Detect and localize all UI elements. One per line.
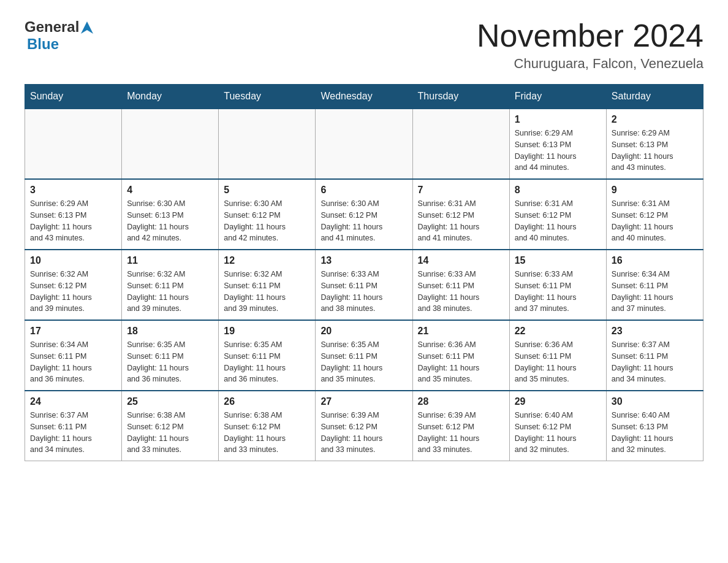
calendar-cell: 11Sunrise: 6:32 AMSunset: 6:11 PMDayligh… — [122, 250, 219, 320]
day-number: 1 — [515, 114, 601, 125]
day-info: Sunrise: 6:39 AMSunset: 6:12 PMDaylight:… — [320, 410, 407, 456]
calendar-cell: 20Sunrise: 6:35 AMSunset: 6:11 PMDayligh… — [316, 320, 412, 391]
calendar-cell: 3Sunrise: 6:29 AMSunset: 6:13 PMDaylight… — [25, 179, 122, 250]
calendar-cell — [122, 109, 219, 179]
day-info: Sunrise: 6:31 AMSunset: 6:12 PMDaylight:… — [418, 198, 504, 244]
day-number: 21 — [418, 326, 504, 337]
calendar-cell: 18Sunrise: 6:35 AMSunset: 6:11 PMDayligh… — [122, 320, 219, 391]
day-number: 20 — [320, 326, 407, 337]
day-number: 12 — [224, 255, 310, 266]
title-section: November 2024 Churuguara, Falcon, Venezu… — [477, 18, 703, 72]
logo-blue-text: Blue — [27, 36, 59, 52]
day-number: 14 — [418, 255, 504, 266]
day-info: Sunrise: 6:36 AMSunset: 6:11 PMDaylight:… — [515, 339, 601, 385]
day-info: Sunrise: 6:34 AMSunset: 6:11 PMDaylight:… — [30, 339, 116, 385]
day-info: Sunrise: 6:35 AMSunset: 6:11 PMDaylight:… — [320, 339, 407, 385]
calendar-cell: 27Sunrise: 6:39 AMSunset: 6:12 PMDayligh… — [316, 391, 412, 461]
day-of-week-header: Sunday — [25, 85, 122, 109]
calendar-cell: 14Sunrise: 6:33 AMSunset: 6:11 PMDayligh… — [412, 250, 509, 320]
day-info: Sunrise: 6:37 AMSunset: 6:11 PMDaylight:… — [30, 410, 116, 456]
day-info: Sunrise: 6:29 AMSunset: 6:13 PMDaylight:… — [612, 128, 698, 174]
day-number: 7 — [418, 185, 504, 196]
day-info: Sunrise: 6:40 AMSunset: 6:12 PMDaylight:… — [515, 410, 601, 456]
day-info: Sunrise: 6:36 AMSunset: 6:11 PMDaylight:… — [418, 339, 504, 385]
day-number: 2 — [612, 114, 698, 125]
day-number: 18 — [127, 326, 213, 337]
day-info: Sunrise: 6:29 AMSunset: 6:13 PMDaylight:… — [515, 128, 601, 174]
calendar-cell: 21Sunrise: 6:36 AMSunset: 6:11 PMDayligh… — [412, 320, 509, 391]
day-info: Sunrise: 6:34 AMSunset: 6:11 PMDaylight:… — [612, 269, 698, 315]
day-number: 28 — [418, 396, 504, 407]
day-number: 17 — [30, 326, 116, 337]
calendar-cell: 30Sunrise: 6:40 AMSunset: 6:13 PMDayligh… — [606, 391, 703, 461]
day-number: 5 — [224, 185, 310, 196]
calendar-cell — [316, 109, 412, 179]
day-number: 13 — [320, 255, 407, 266]
calendar-cell — [219, 109, 316, 179]
day-number: 23 — [612, 326, 698, 337]
day-info: Sunrise: 6:30 AMSunset: 6:13 PMDaylight:… — [127, 198, 213, 244]
page-subtitle: Churuguara, Falcon, Venezuela — [477, 56, 703, 72]
day-number: 10 — [30, 255, 116, 266]
logo-arrow-icon — [81, 21, 93, 34]
day-info: Sunrise: 6:32 AMSunset: 6:12 PMDaylight:… — [30, 269, 116, 315]
day-info: Sunrise: 6:31 AMSunset: 6:12 PMDaylight:… — [515, 198, 601, 244]
day-info: Sunrise: 6:30 AMSunset: 6:12 PMDaylight:… — [320, 198, 407, 244]
day-info: Sunrise: 6:29 AMSunset: 6:13 PMDaylight:… — [30, 198, 116, 244]
calendar-cell: 5Sunrise: 6:30 AMSunset: 6:12 PMDaylight… — [219, 179, 316, 250]
svg-marker-0 — [81, 21, 93, 34]
calendar-cell: 17Sunrise: 6:34 AMSunset: 6:11 PMDayligh… — [25, 320, 122, 391]
day-info: Sunrise: 6:39 AMSunset: 6:12 PMDaylight:… — [418, 410, 504, 456]
calendar-cell: 1Sunrise: 6:29 AMSunset: 6:13 PMDaylight… — [509, 109, 606, 179]
day-number: 16 — [612, 255, 698, 266]
calendar-cell: 24Sunrise: 6:37 AMSunset: 6:11 PMDayligh… — [25, 391, 122, 461]
calendar-cell: 4Sunrise: 6:30 AMSunset: 6:13 PMDaylight… — [122, 179, 219, 250]
day-info: Sunrise: 6:30 AMSunset: 6:12 PMDaylight:… — [224, 198, 310, 244]
week-row: 1Sunrise: 6:29 AMSunset: 6:13 PMDaylight… — [25, 109, 703, 179]
day-number: 11 — [127, 255, 213, 266]
calendar-cell — [25, 109, 122, 179]
calendar-cell: 10Sunrise: 6:32 AMSunset: 6:12 PMDayligh… — [25, 250, 122, 320]
day-info: Sunrise: 6:38 AMSunset: 6:12 PMDaylight:… — [127, 410, 213, 456]
day-of-week-header: Friday — [509, 85, 606, 109]
day-number: 25 — [127, 396, 213, 407]
day-of-week-header: Monday — [122, 85, 219, 109]
day-of-week-header: Tuesday — [219, 85, 316, 109]
day-info: Sunrise: 6:40 AMSunset: 6:13 PMDaylight:… — [612, 410, 698, 456]
day-info: Sunrise: 6:33 AMSunset: 6:11 PMDaylight:… — [320, 269, 407, 315]
calendar-cell — [412, 109, 509, 179]
calendar-cell: 15Sunrise: 6:33 AMSunset: 6:11 PMDayligh… — [509, 250, 606, 320]
day-info: Sunrise: 6:37 AMSunset: 6:11 PMDaylight:… — [612, 339, 698, 385]
day-number: 22 — [515, 326, 601, 337]
page-header: General Blue November 2024 Churuguara, F… — [25, 18, 703, 72]
calendar-cell: 26Sunrise: 6:38 AMSunset: 6:12 PMDayligh… — [219, 391, 316, 461]
day-number: 8 — [515, 185, 601, 196]
day-number: 30 — [612, 396, 698, 407]
week-row: 3Sunrise: 6:29 AMSunset: 6:13 PMDaylight… — [25, 179, 703, 250]
calendar-cell: 12Sunrise: 6:32 AMSunset: 6:11 PMDayligh… — [219, 250, 316, 320]
day-number: 9 — [612, 185, 698, 196]
day-number: 19 — [224, 326, 310, 337]
calendar-cell: 2Sunrise: 6:29 AMSunset: 6:13 PMDaylight… — [606, 109, 703, 179]
day-info: Sunrise: 6:38 AMSunset: 6:12 PMDaylight:… — [224, 410, 310, 456]
calendar-cell: 6Sunrise: 6:30 AMSunset: 6:12 PMDaylight… — [316, 179, 412, 250]
week-row: 24Sunrise: 6:37 AMSunset: 6:11 PMDayligh… — [25, 391, 703, 461]
day-of-week-header: Wednesday — [316, 85, 412, 109]
day-of-week-header: Saturday — [606, 85, 703, 109]
week-row: 10Sunrise: 6:32 AMSunset: 6:12 PMDayligh… — [25, 250, 703, 320]
day-of-week-header: Thursday — [412, 85, 509, 109]
calendar-header-row: SundayMondayTuesdayWednesdayThursdayFrid… — [25, 85, 703, 109]
calendar-cell: 29Sunrise: 6:40 AMSunset: 6:12 PMDayligh… — [509, 391, 606, 461]
calendar-cell: 16Sunrise: 6:34 AMSunset: 6:11 PMDayligh… — [606, 250, 703, 320]
day-info: Sunrise: 6:33 AMSunset: 6:11 PMDaylight:… — [418, 269, 504, 315]
day-info: Sunrise: 6:32 AMSunset: 6:11 PMDaylight:… — [224, 269, 310, 315]
day-number: 6 — [320, 185, 407, 196]
calendar-cell: 13Sunrise: 6:33 AMSunset: 6:11 PMDayligh… — [316, 250, 412, 320]
day-number: 24 — [30, 396, 116, 407]
calendar-cell: 25Sunrise: 6:38 AMSunset: 6:12 PMDayligh… — [122, 391, 219, 461]
day-number: 29 — [515, 396, 601, 407]
week-row: 17Sunrise: 6:34 AMSunset: 6:11 PMDayligh… — [25, 320, 703, 391]
day-number: 15 — [515, 255, 601, 266]
day-number: 26 — [224, 396, 310, 407]
day-info: Sunrise: 6:31 AMSunset: 6:12 PMDaylight:… — [612, 198, 698, 244]
